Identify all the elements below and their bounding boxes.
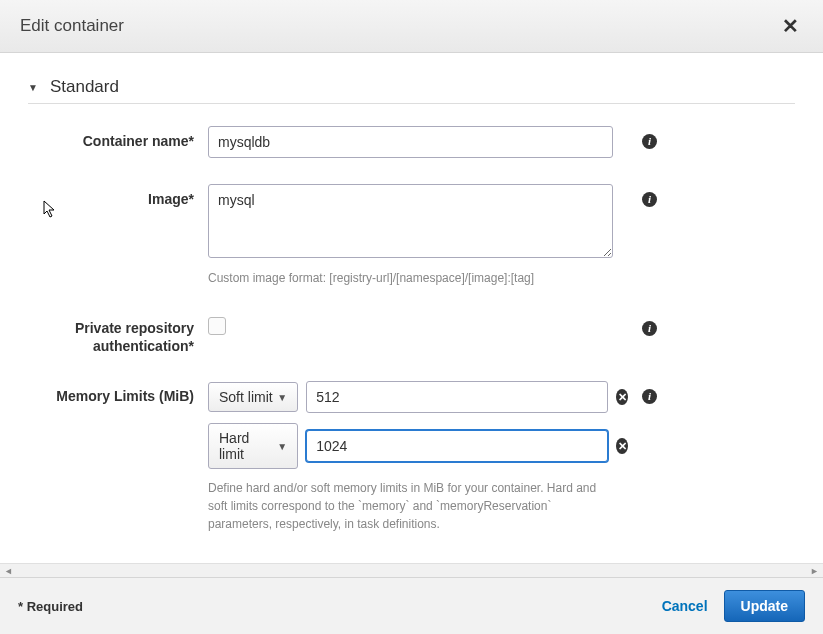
- row-container-name: Container name* i: [28, 126, 795, 158]
- scroll-right-icon[interactable]: ►: [808, 566, 821, 576]
- memory-row-soft: Soft limit ▼ ✕: [208, 381, 628, 413]
- row-image: Image* Custom image format: [registry-ur…: [28, 184, 795, 287]
- info-icon[interactable]: i: [642, 192, 657, 207]
- image-input[interactable]: [208, 184, 613, 258]
- memory-type-value: Soft limit: [219, 389, 273, 405]
- info-icon[interactable]: i: [642, 389, 657, 404]
- update-button[interactable]: Update: [724, 590, 805, 622]
- section-title: Standard: [50, 77, 119, 97]
- memory-type-select-soft[interactable]: Soft limit ▼: [208, 382, 298, 412]
- caret-down-icon: ▼: [28, 82, 38, 93]
- memory-hint: Define hard and/or soft memory limits in…: [208, 479, 613, 533]
- remove-row-icon[interactable]: ✕: [616, 438, 628, 454]
- label-container-name: Container name*: [28, 126, 208, 150]
- memory-type-select-hard[interactable]: Hard limit ▼: [208, 423, 298, 469]
- modal-title: Edit container: [20, 16, 124, 36]
- private-repo-checkbox[interactable]: [208, 317, 226, 335]
- chevron-down-icon: ▼: [277, 441, 287, 452]
- memory-value-input-soft[interactable]: [306, 381, 608, 413]
- label-private-repo: Private repository authentication*: [28, 313, 208, 355]
- modal-header: Edit container ✕: [0, 0, 823, 53]
- scroll-left-icon[interactable]: ◄: [2, 566, 15, 576]
- row-memory-limits: Memory Limits (MiB) Soft limit ▼ ✕ Hard …: [28, 381, 795, 533]
- container-name-input[interactable]: [208, 126, 613, 158]
- close-icon[interactable]: ✕: [778, 14, 803, 38]
- chevron-down-icon: ▼: [277, 392, 287, 403]
- required-note: * Required: [18, 599, 83, 614]
- row-private-repo: Private repository authentication* i: [28, 313, 795, 355]
- remove-row-icon[interactable]: ✕: [616, 389, 628, 405]
- label-memory-limits: Memory Limits (MiB): [28, 381, 208, 405]
- memory-row-hard: Hard limit ▼ ✕: [208, 423, 628, 469]
- cancel-button[interactable]: Cancel: [662, 598, 708, 614]
- section-standard-header[interactable]: ▼ Standard: [28, 77, 795, 104]
- label-image: Image*: [28, 184, 208, 208]
- memory-type-value: Hard limit: [219, 430, 277, 462]
- info-icon[interactable]: i: [642, 321, 657, 336]
- horizontal-scrollbar[interactable]: ◄ ►: [0, 563, 823, 577]
- memory-value-input-hard[interactable]: [306, 430, 608, 462]
- modal-footer: * Required Cancel Update: [0, 577, 823, 634]
- modal-body: ▼ Standard Container name* i Image* Cust…: [0, 53, 823, 577]
- image-hint: Custom image format: [registry-url]/[nam…: [208, 269, 613, 287]
- info-icon[interactable]: i: [642, 134, 657, 149]
